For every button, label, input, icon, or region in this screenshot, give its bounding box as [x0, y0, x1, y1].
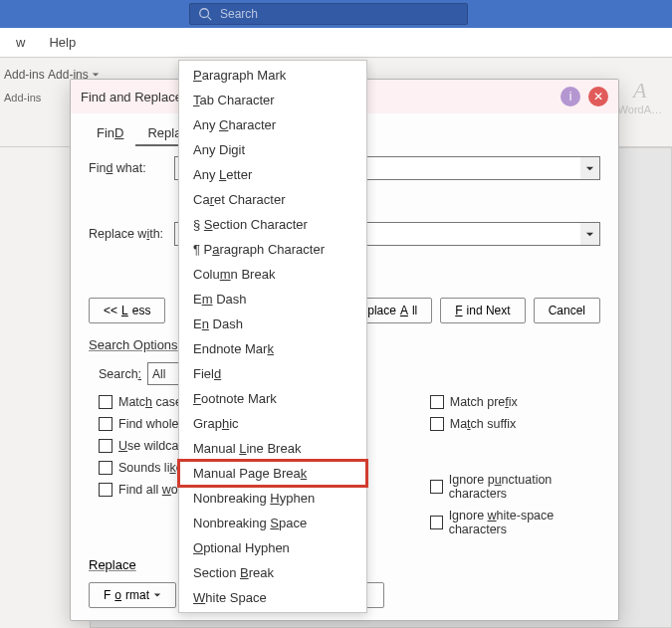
special-menu-item[interactable]: Footnote Mark: [179, 386, 366, 411]
title-bar: Search: [0, 0, 672, 28]
special-menu: Paragraph MarkTab CharacterAny Character…: [178, 60, 367, 613]
chevron-down-icon: [585, 230, 594, 239]
svg-point-0: [200, 9, 209, 18]
chevron-down-icon: [92, 71, 100, 79]
ribbon-tab-view[interactable]: w: [16, 35, 25, 50]
svg-line-1: [208, 17, 212, 21]
special-menu-item[interactable]: Endnote Mark: [179, 336, 366, 361]
less-button[interactable]: << Less: [89, 298, 165, 323]
special-menu-item[interactable]: Field: [179, 361, 366, 386]
special-menu-item[interactable]: Paragraph Mark: [179, 63, 366, 88]
find-what-label: Find what:: [89, 161, 174, 175]
ribbon-tab-help[interactable]: Help: [49, 35, 76, 50]
special-menu-item[interactable]: Any Digit: [179, 137, 366, 162]
special-menu-item[interactable]: Column Break: [179, 262, 366, 287]
match-prefix-checkbox[interactable]: Match prefix: [430, 395, 600, 409]
format-button[interactable]: Format: [89, 582, 176, 608]
tab-find[interactable]: FinD: [85, 121, 135, 146]
special-menu-item[interactable]: Manual Page Break: [179, 461, 366, 486]
special-menu-item[interactable]: Caret Character: [179, 187, 366, 212]
special-menu-item[interactable]: Tab Character: [179, 88, 366, 112]
wordart-button[interactable]: A WordA…: [618, 78, 662, 115]
special-menu-item[interactable]: Em Dash: [179, 287, 366, 312]
ignore-whitespace-checkbox[interactable]: Ignore white-space characters: [430, 509, 600, 536]
special-menu-item[interactable]: Section Break: [179, 560, 366, 585]
special-menu-item[interactable]: En Dash: [179, 312, 366, 336]
cancel-button[interactable]: Cancel: [534, 298, 600, 323]
replace-with-label: Replace with:: [89, 227, 174, 241]
ribbon-tabs: w Help: [0, 28, 672, 58]
get-addins-button[interactable]: Add-ins: [4, 68, 45, 82]
search-box[interactable]: Search: [189, 3, 468, 25]
special-menu-item[interactable]: Manual Line Break: [179, 436, 366, 461]
special-menu-item[interactable]: White Space: [179, 585, 366, 610]
find-next-button[interactable]: Find Next: [440, 298, 525, 323]
ignore-punctuation-checkbox[interactable]: Ignore punctuation characters: [430, 473, 600, 501]
chevron-down-icon: [585, 164, 594, 173]
search-icon: [198, 7, 212, 21]
special-menu-item[interactable]: § Section Character: [179, 212, 366, 237]
special-menu-item[interactable]: Nonbreaking Hyphen: [179, 486, 366, 511]
replace-with-dropdown[interactable]: [580, 222, 600, 246]
special-menu-item[interactable]: Graphic: [179, 411, 366, 436]
search-direction-label: Search:: [99, 367, 141, 381]
match-suffix-checkbox[interactable]: Match suffix: [430, 417, 600, 431]
special-menu-item[interactable]: Any Letter: [179, 162, 366, 187]
special-menu-item[interactable]: Nonbreaking Space: [179, 511, 366, 535]
special-menu-item[interactable]: Optional Hyphen: [179, 535, 366, 560]
info-button[interactable]: i: [560, 87, 580, 106]
special-menu-item[interactable]: Any Character: [179, 112, 366, 137]
find-what-dropdown[interactable]: [580, 156, 600, 180]
search-placeholder: Search: [220, 7, 258, 21]
close-button[interactable]: ✕: [588, 87, 608, 106]
special-menu-item[interactable]: ¶ Paragraph Character: [179, 237, 366, 262]
chevron-down-icon: [153, 591, 161, 599]
